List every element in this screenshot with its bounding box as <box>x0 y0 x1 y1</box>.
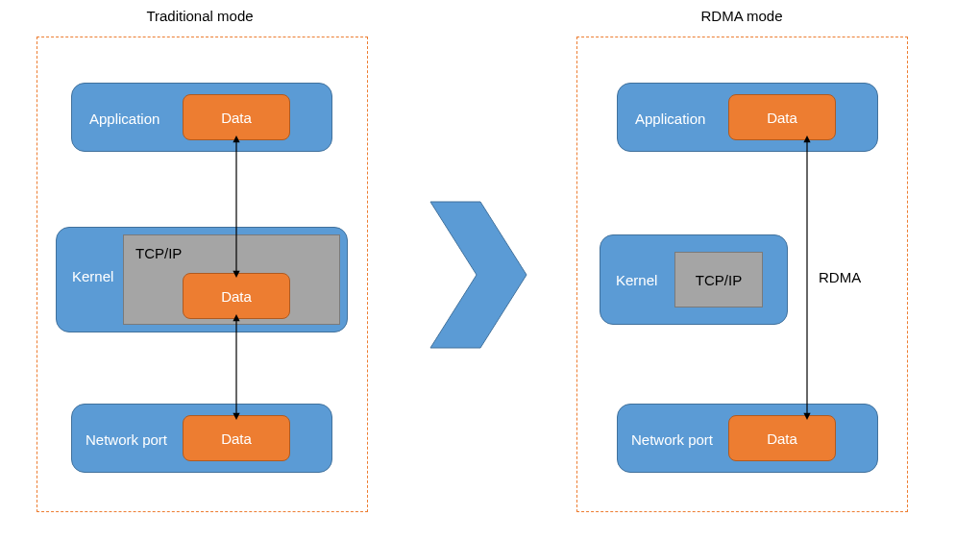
left-network-data: Data <box>183 415 290 461</box>
right-application-data: Data <box>728 94 836 140</box>
right-kernel-label: Kernel <box>616 272 657 288</box>
right-network-label: Network port <box>631 431 713 448</box>
right-kernel-tcpip-label: TCP/IP <box>696 272 742 288</box>
right-kernel-tcpip-box: TCP/IP <box>674 252 763 307</box>
left-kernel-label: Kernel <box>72 268 113 284</box>
rdma-label: RDMA <box>819 269 861 285</box>
left-application-data: Data <box>183 94 290 140</box>
left-kernel-tcpip-label: TCP/IP <box>135 245 182 261</box>
left-network-label: Network port <box>86 431 167 448</box>
left-kernel-data: Data <box>183 273 290 319</box>
chevron-icon <box>430 202 527 348</box>
right-title: RDMA mode <box>646 8 838 24</box>
right-application-label: Application <box>635 111 705 127</box>
left-application-label: Application <box>89 111 159 127</box>
left-title: Traditional mode <box>104 8 296 24</box>
right-network-data: Data <box>728 415 836 461</box>
